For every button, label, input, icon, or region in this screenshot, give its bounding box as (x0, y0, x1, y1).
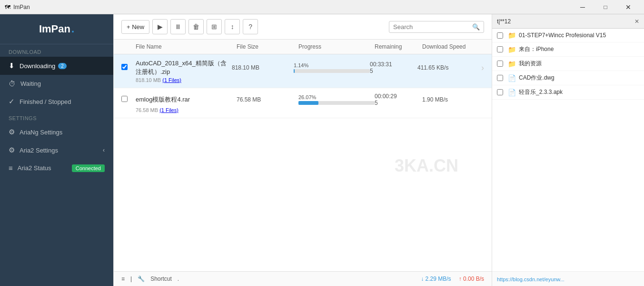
row2-speed: 1.90 MB/s (422, 96, 484, 103)
app-icon: 🗺 (5, 4, 10, 10)
row1-progress-text: 1.14% (294, 62, 370, 68)
item2-checkbox[interactable] (497, 46, 503, 52)
item4-name: CAD作业.dwg (519, 74, 555, 82)
search-input[interactable] (393, 23, 472, 31)
grid-button[interactable]: ⊞ (207, 19, 222, 34)
sidebar-item-waiting[interactable]: ⏱ Waiting (0, 75, 113, 92)
row2-files-link[interactable]: (1 Files) (159, 107, 178, 113)
app-logo: ImPan. (0, 14, 113, 44)
watermark: 3KA.CN (376, 137, 477, 195)
item1-checkbox[interactable] (497, 32, 503, 39)
item3-checkbox[interactable] (497, 61, 503, 67)
table-header: File Name File Size Progress Remaining D… (114, 40, 492, 54)
item5-checkbox[interactable] (497, 89, 503, 95)
row1-remaining-time: 00:33:31 (370, 61, 417, 68)
pause-button[interactable]: ⏸ (170, 19, 186, 34)
list-item[interactable]: 📁 来自：iPhone (492, 42, 644, 57)
download-section-label: Download (0, 44, 113, 57)
row1-checkbox[interactable] (121, 64, 128, 70)
toolbar: + New ▶ ⏸ 🗑 ⊞ ↕ ? (114, 14, 492, 40)
row1-arrow: › (481, 63, 484, 73)
list-item[interactable]: 📄 CAD作业.dwg (492, 71, 644, 85)
new-button-label: + New (127, 23, 144, 31)
maximize-button[interactable]: □ (594, 0, 616, 14)
connected-badge: Connected (72, 164, 105, 172)
row2-meta: 76.58 MB (1 Files) (121, 107, 484, 113)
row1-speed: 411.65 KB/s (417, 64, 479, 71)
waiting-label: Waiting (20, 80, 41, 87)
row1-remaining-count: 5 (370, 68, 417, 74)
help-button[interactable]: ? (243, 19, 258, 34)
row2-checkbox[interactable] (121, 96, 128, 102)
window-title: ImPan (13, 4, 572, 10)
close-button[interactable]: ✕ (617, 0, 639, 14)
sidebar-item-aria2-settings[interactable]: ⚙ Aria2 Settings ‹ (0, 141, 113, 159)
grid-icon: ⊞ (211, 23, 217, 31)
header-file-size: File Size (237, 43, 298, 50)
start-button[interactable]: ▶ (152, 19, 168, 34)
delete-icon: 🗑 (193, 23, 199, 31)
folder-icon: 📁 (508, 60, 516, 68)
list-item[interactable]: 📄 轻音乐_2.3.3.apk (492, 85, 644, 100)
main-content: + New ▶ ⏸ 🗑 ⊞ ↕ ? (113, 14, 492, 286)
bottom-url: https://blog.csdn.net/eyunw... (497, 276, 565, 282)
search-box[interactable]: 🔍 (389, 21, 484, 33)
header-progress: Progress (298, 43, 375, 50)
aria2-settings-label: Aria2 Settings (20, 147, 58, 154)
shortcut-label: Shortcut (150, 276, 172, 282)
row1-filename: AutoCAD_2018_x64_精简版（含注册机）.zip (136, 59, 232, 76)
aria2-status-icon: ≡ (9, 164, 13, 172)
row2-progress-text: 26.07% (298, 94, 375, 100)
item5-name: 轻音乐_2.3.3.apk (519, 88, 563, 96)
row2-progress-bar (298, 101, 318, 105)
menu-icon: ≡ (121, 276, 125, 282)
list-item[interactable]: 📁 我的资源 (492, 57, 644, 71)
pause-icon: ⏸ (175, 23, 181, 31)
row1-progress-bar-container (294, 69, 370, 73)
aria2-settings-icon: ⚙ (9, 146, 15, 154)
shortcut-dot: . (178, 276, 179, 282)
sort-button[interactable]: ↕ (225, 19, 240, 34)
folder-icon: 📁 (508, 31, 516, 39)
item2-name: 来自：iPhone (519, 45, 554, 53)
delete-button[interactable]: 🗑 (188, 19, 204, 34)
item1-name: 01-STEP7+Wincc Profesional V15 (519, 32, 606, 39)
header-remaining: Remaining (375, 43, 422, 50)
ariang-settings-label: AriaNg Settings (20, 129, 62, 136)
table-row[interactable]: emlog模版教程4.rar 76.58 MB 26.07% 00 (114, 88, 492, 118)
ariang-settings-icon: ⚙ (9, 128, 15, 136)
item3-name: 我的资源 (519, 60, 542, 68)
downloading-badge: 2 (58, 63, 67, 69)
aria2-status-label: Aria2 Status (18, 164, 51, 172)
finished-icon: ✓ (9, 97, 15, 106)
sidebar-item-finished[interactable]: ✓ Finished / Stopped (0, 92, 113, 111)
settings-section-label: Settings (0, 111, 113, 123)
download-speed: ↓ 2.29 MB/s (421, 276, 451, 282)
search-icon: 🔍 (472, 23, 480, 31)
item4-checkbox[interactable] (497, 75, 503, 81)
row1-files-link[interactable]: (1 Files) (162, 77, 181, 83)
table-row[interactable]: AutoCAD_2018_x64_精简版（含注册机）.zip 818.10 MB… (114, 54, 492, 88)
row1-progress-bar (294, 69, 295, 73)
row2-remaining-count: 5 (375, 100, 422, 106)
sidebar-item-downloading[interactable]: ⬇ Downloading 2 (0, 57, 113, 75)
new-button[interactable]: + New (121, 20, 149, 34)
row2-progress-bar-container (298, 101, 375, 105)
download-list: AutoCAD_2018_x64_精简版（含注册机）.zip 818.10 MB… (114, 54, 492, 271)
right-panel-close-button[interactable]: ✕ (634, 18, 639, 25)
row2-remaining-time: 00:00:29 (375, 93, 422, 100)
right-panel-title: t|**12 (497, 18, 634, 25)
waiting-icon: ⏱ (9, 80, 16, 88)
row1-meta: 818.10 MB (1 Files) (121, 77, 484, 83)
list-item[interactable]: 📁 01-STEP7+Wincc Profesional V15 (492, 29, 644, 42)
sort-icon: ↕ (231, 23, 234, 31)
status-bar: ≡ | 🔧 Shortcut . ↓ 2.29 MB/s ↑ 0.00 B/s (114, 271, 492, 286)
shortcut-separator: | (130, 276, 132, 282)
sidebar-item-ariang-settings[interactable]: ⚙ AriaNg Settings (0, 123, 113, 141)
upload-speed: ↑ 0.00 B/s (459, 276, 484, 282)
help-icon: ? (248, 23, 252, 31)
sidebar-item-aria2-status[interactable]: ≡ Aria2 Status Connected (0, 159, 113, 177)
minimize-button[interactable]: ─ (572, 0, 594, 14)
row1-size: 818.10 MB (232, 64, 259, 71)
wrench-icon: 🔧 (138, 276, 145, 282)
